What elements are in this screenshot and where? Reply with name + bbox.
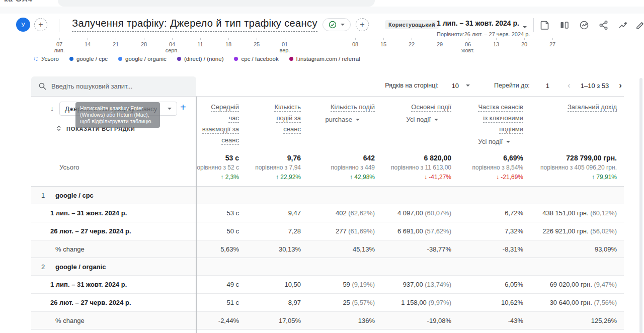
- column-header-label[interactable]: Основні події: [411, 103, 451, 112]
- delta-value: ↓ -21,69%: [496, 173, 523, 182]
- page-scrollbar[interactable]: [639, 78, 642, 333]
- ab-compare-icon[interactable]: [559, 20, 570, 31]
- cell-value: 6,05%: [458, 276, 530, 293]
- rows-per-page-value[interactable]: 10: [452, 82, 459, 90]
- cell-value: 277 (61,69%): [308, 222, 382, 240]
- edit-icon[interactable]: [635, 20, 644, 31]
- column-header-events-per-session[interactable]: Кількістьподій засеанс: [246, 97, 308, 148]
- data-table: Середнійчасвзаємодії засеансКількістьпод…: [0, 97, 644, 333]
- column-header-label[interactable]: подіями: [499, 125, 523, 134]
- axis-tick-label: 04: [169, 41, 175, 47]
- chart-x-axis: [31, 40, 624, 40]
- cell-text: 402 (62,62%): [336, 209, 375, 217]
- header-selector-value: Усі події: [407, 116, 431, 123]
- cell-value: 9,47: [246, 204, 308, 222]
- column-header-label[interactable]: Загальний дохід: [568, 103, 617, 112]
- pane-divider[interactable]: [196, 97, 197, 333]
- column-header-label[interactable]: сеанс: [221, 136, 239, 145]
- axis-tick-label: 27: [549, 41, 555, 47]
- add-comparison-button[interactable]: +: [34, 18, 47, 31]
- next-page-button[interactable]: ›: [619, 80, 622, 91]
- cell-text: 93,09%: [595, 245, 617, 253]
- delta-arrow-icon: ↓: [496, 174, 501, 181]
- axis-tick-label: 21: [113, 41, 119, 47]
- change-label-row: % change: [31, 240, 196, 258]
- column-header-label[interactable]: подій за: [276, 114, 301, 123]
- cell-share: (61,69%): [347, 227, 375, 235]
- header-selector[interactable]: purchase: [326, 116, 360, 123]
- column-header-label[interactable]: Середній: [211, 103, 239, 112]
- date-range[interactable]: 1 лип. – 31 жовт. 2024 р.: [437, 19, 519, 27]
- cell-value: 5,63%: [196, 240, 246, 258]
- legend-item[interactable]: google / organic: [118, 56, 167, 62]
- axis-tick-label: 13: [493, 41, 499, 47]
- browser-search-bar[interactable]: [58, 0, 375, 7]
- cell-value: 93,09%: [530, 240, 624, 258]
- cell-share: (62,62%): [347, 209, 375, 217]
- share-icon[interactable]: [598, 20, 609, 31]
- delta-arrow-icon: ↑: [592, 174, 596, 181]
- column-header-avg-engagement-time[interactable]: Середнійчасвзаємодії засеанс: [196, 97, 246, 148]
- user-avatar[interactable]: У: [16, 18, 30, 32]
- column-header-label[interactable]: Кількість: [274, 103, 301, 112]
- column-header-event-count[interactable]: Кількість подійpurchase: [308, 97, 382, 148]
- table-search-input[interactable]: Введіть пошуковий запит...: [31, 76, 196, 96]
- search-icon: [38, 82, 47, 93]
- report-title[interactable]: Залучення трафіку: Джерело й тип трафіку…: [72, 18, 317, 32]
- insights-icon[interactable]: [579, 20, 590, 31]
- axis-tick: [116, 38, 116, 40]
- axis-tick-label: 07: [56, 41, 62, 47]
- column-header-label[interactable]: сеанс: [283, 125, 301, 134]
- legend-item[interactable]: Усього: [34, 56, 59, 62]
- column-header-session-key-event-rate[interactable]: Частка сеансівіз ключовимиподіямиУсі под…: [458, 97, 530, 148]
- column-header-label[interactable]: Кількість подій: [331, 103, 375, 112]
- table-row: 51 с8,9725 (5,57%)1 158,00 (9,97%)10,62%…: [196, 294, 624, 312]
- cell-text: 4 097,00 (60,07%): [397, 209, 451, 217]
- column-header-total-revenue[interactable]: Загальний дохід: [530, 97, 624, 148]
- axis-tick: [440, 38, 440, 40]
- header-selector[interactable]: Усі події: [407, 116, 438, 123]
- column-header-label[interactable]: час: [228, 114, 239, 123]
- totals-cell: 728 799,00 грн.порівняно з 405 096,20 гр…: [530, 148, 624, 186]
- cell-value: 1 158,00 (9,97%): [382, 294, 458, 311]
- axis-tick-label: 14: [85, 41, 91, 47]
- legend-item[interactable]: (direct) / (none): [177, 56, 224, 62]
- column-header-label[interactable]: взаємодії за: [202, 125, 239, 134]
- cell-text: 5,63%: [220, 245, 239, 253]
- delta-arrow-icon: ↑: [350, 174, 354, 181]
- rows-per-page-caret-icon[interactable]: [466, 85, 470, 87]
- column-header-key-events[interactable]: Основні подіїУсі події: [382, 97, 458, 148]
- approval-badge[interactable]: [323, 18, 351, 31]
- axis-tick: [59, 38, 60, 40]
- column-header-label[interactable]: Частка сеансів: [478, 103, 523, 112]
- column-header-label[interactable]: із ключовими: [483, 114, 523, 123]
- legend-item[interactable]: l.instagram.com / referral: [289, 56, 360, 62]
- legend-item[interactable]: cpc / facebook: [234, 56, 278, 62]
- goto-label: Перейти до:: [494, 82, 530, 89]
- cell-text: -19,08%: [427, 317, 451, 324]
- sort-descending-icon[interactable]: ↓: [50, 105, 54, 113]
- cell-share: (5,57%): [350, 299, 375, 306]
- cell-value: 45,13%: [308, 240, 382, 258]
- row-group-header-metrics: [196, 187, 624, 204]
- date-caret-icon[interactable]: [523, 26, 527, 28]
- trend-icon[interactable]: [618, 20, 629, 31]
- cell-value: 7,32%: [458, 222, 530, 240]
- prev-page-button[interactable]: ‹: [568, 80, 571, 91]
- cell-share: (7,56%): [592, 299, 617, 306]
- cell-value: -38,77%: [382, 240, 458, 258]
- cell-value: -43%: [458, 312, 530, 329]
- axis-tick-label: 25: [254, 41, 260, 47]
- axis-tick-label: 11: [197, 41, 203, 47]
- legend-item[interactable]: google / cpc: [69, 56, 108, 62]
- delta-value: ↑ 22,92%: [276, 173, 301, 182]
- compare-value: порівняно з 405 096,20 грн.: [540, 163, 617, 173]
- add-report-button[interactable]: +: [356, 18, 369, 31]
- axis-tick: [496, 38, 497, 40]
- add-dimension-button[interactable]: +: [180, 102, 186, 113]
- notes-icon[interactable]: [539, 20, 550, 31]
- header-selector[interactable]: Усі події: [478, 138, 510, 145]
- period-label: 1 лип. – 31 жовт. 2024 р.: [50, 209, 127, 217]
- goto-input[interactable]: 1: [546, 82, 549, 90]
- delta-value: ↑ 79,91%: [592, 173, 617, 182]
